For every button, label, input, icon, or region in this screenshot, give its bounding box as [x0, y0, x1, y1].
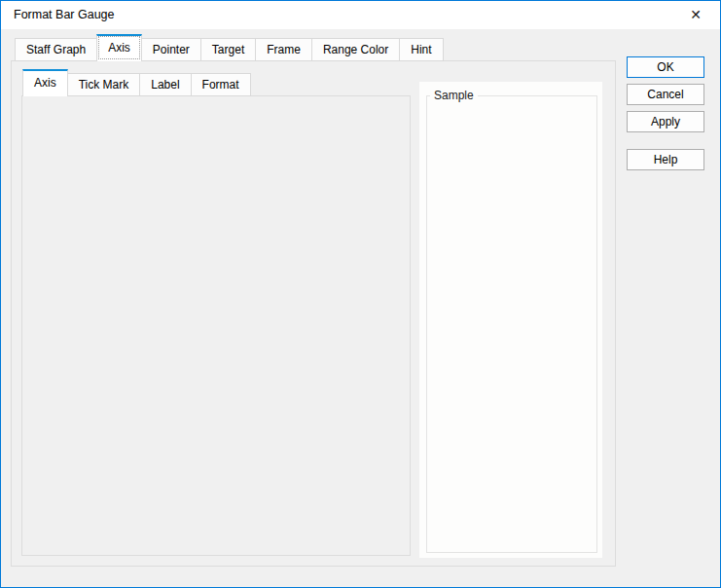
tab-target[interactable]: Target: [200, 38, 256, 61]
tab-range-color[interactable]: Range Color: [311, 38, 400, 61]
tab-hint[interactable]: Hint: [399, 38, 443, 61]
help-button[interactable]: Help: [627, 149, 704, 170]
cancel-button[interactable]: Cancel: [627, 84, 704, 105]
tab-frame[interactable]: Frame: [255, 38, 312, 61]
ok-button[interactable]: OK: [627, 56, 704, 78]
tab-pointer[interactable]: Pointer: [141, 38, 201, 61]
format-bar-gauge-dialog: Format Bar Gauge ✕ Staff Graph Axis Poin…: [0, 0, 721, 588]
sample-panel: Sample: [419, 82, 602, 558]
sample-group: Sample: [426, 95, 597, 553]
close-button[interactable]: ✕: [681, 5, 710, 25]
subtab-tick-mark[interactable]: Tick Mark: [67, 73, 141, 96]
main-tab-strip: Staff Graph Axis Pointer Target Frame Ra…: [15, 35, 443, 61]
window-title: Format Bar Gauge: [14, 8, 115, 21]
title-bar: Format Bar Gauge ✕: [1, 1, 720, 29]
close-icon: ✕: [690, 7, 702, 22]
axis-sub-page: [21, 95, 411, 556]
subtab-format[interactable]: Format: [191, 73, 251, 96]
apply-button[interactable]: Apply: [627, 111, 704, 132]
sample-group-title: Sample: [430, 89, 478, 102]
tab-staff-graph[interactable]: Staff Graph: [15, 38, 97, 61]
tab-axis[interactable]: Axis: [96, 34, 142, 61]
sub-tab-strip: Axis Tick Mark Label Format: [22, 70, 250, 96]
subtab-axis[interactable]: Axis: [22, 69, 68, 96]
subtab-label[interactable]: Label: [139, 73, 191, 96]
